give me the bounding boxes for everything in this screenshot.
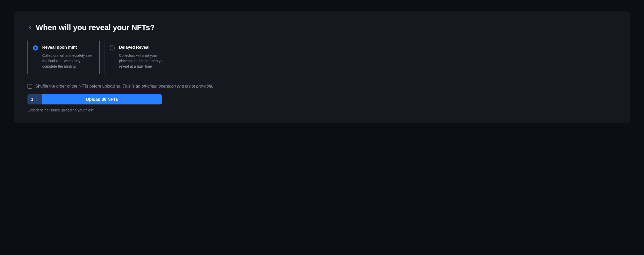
option-delayed-reveal[interactable]: Delayed Reveal Collectors will mint your… bbox=[104, 40, 176, 75]
option-reveal-upon-mint[interactable]: Reveal upon mint Collectors will immedia… bbox=[27, 40, 100, 75]
shuffle-label: Shuffle the order of the NFTs before upl… bbox=[35, 84, 213, 89]
swap-icon bbox=[35, 98, 38, 101]
option-title: Reveal upon mint bbox=[42, 45, 94, 50]
option-description: Collectors will mint your placeholder im… bbox=[119, 53, 171, 69]
shuffle-row: Shuffle the order of the NFTs before upl… bbox=[27, 84, 617, 89]
shuffle-note: This is an off-chain operation and is no… bbox=[123, 84, 213, 88]
header-row: When will you reveal your NFTs? bbox=[27, 23, 617, 32]
main-panel: When will you reveal your NFTs? Reveal u… bbox=[14, 11, 630, 123]
upload-count: 1 bbox=[31, 97, 33, 102]
upload-count-segment[interactable]: 1 bbox=[27, 94, 42, 104]
option-text: Reveal upon mint Collectors will immedia… bbox=[42, 45, 94, 69]
helper-link[interactable]: Experiencing issues uploading your files… bbox=[27, 108, 617, 112]
option-text: Delayed Reveal Collectors will mint your… bbox=[119, 45, 171, 69]
radio-selected-icon bbox=[33, 45, 38, 51]
shuffle-label-text: Shuffle the order of the NFTs before upl… bbox=[35, 84, 123, 88]
shuffle-checkbox[interactable] bbox=[27, 84, 32, 89]
option-description: Collectors will immediately see the fina… bbox=[42, 53, 94, 69]
upload-button[interactable]: Upload 30 NFTs bbox=[42, 94, 162, 104]
page-title: When will you reveal your NFTs? bbox=[36, 23, 155, 32]
chevron-left-icon[interactable] bbox=[27, 25, 32, 30]
radio-unselected-icon bbox=[110, 45, 115, 51]
reveal-options: Reveal upon mint Collectors will immedia… bbox=[27, 40, 617, 75]
option-title: Delayed Reveal bbox=[119, 45, 171, 50]
upload-row: 1 Upload 30 NFTs bbox=[27, 94, 162, 104]
